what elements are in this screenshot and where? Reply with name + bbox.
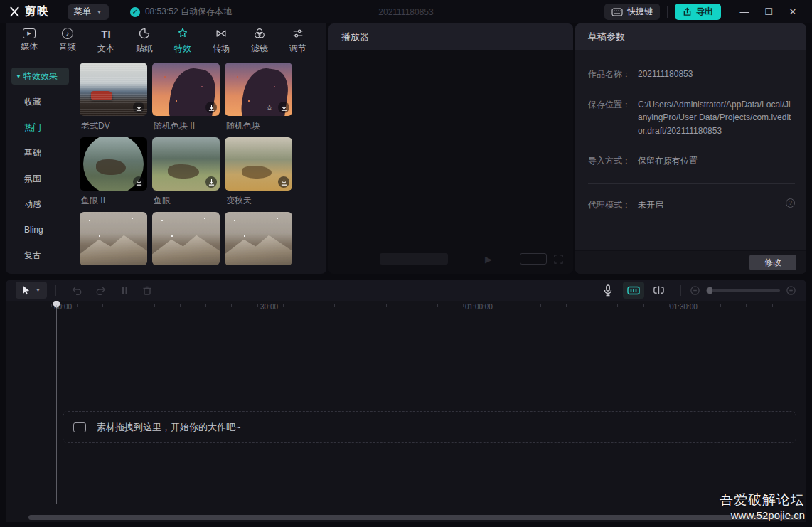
player-controls: ▶ <box>328 251 573 267</box>
draft-panel-header: 草稿参数 <box>575 23 806 50</box>
tab-filter[interactable]: 滤镜 <box>240 26 279 55</box>
export-button[interactable]: 导出 <box>675 4 721 20</box>
sidebar-item-retro[interactable]: 复古 <box>6 243 75 268</box>
effects-grid: 老式DV 随机色块 II ☆ 随机色块 鱼眼 II <box>75 58 326 274</box>
draft-params-panel: 草稿参数 作品名称： 202111180853 保存位置： C:/Users/A… <box>575 23 806 274</box>
redo-button[interactable] <box>95 285 107 296</box>
window-maximize-button[interactable]: ☐ <box>757 0 781 23</box>
draft-panel-title: 草稿参数 <box>588 31 625 43</box>
draft-import-value: 保留在原有位置 <box>638 154 795 168</box>
select-tool-button[interactable]: ▼ <box>16 282 47 299</box>
effect-card-old-dv[interactable]: 老式DV <box>80 63 147 131</box>
app-name: 剪映 <box>25 4 49 19</box>
menu-button[interactable]: 菜单 ▼ <box>68 4 109 20</box>
timeline-panel: ▼ <box>6 280 806 522</box>
info-icon[interactable]: ? <box>786 198 795 208</box>
timecode-display <box>380 253 448 265</box>
effect-card-random-blocks[interactable]: ☆ 随机色块 <box>225 63 292 131</box>
download-icon <box>133 176 144 188</box>
window-minimize-button[interactable]: — <box>732 0 757 23</box>
play-button[interactable]: ▶ <box>485 254 492 265</box>
delete-button[interactable] <box>142 285 152 296</box>
tab-text[interactable]: TI 文本 <box>87 26 125 55</box>
effect-thumbnail <box>80 63 147 116</box>
effects-icon <box>176 26 189 41</box>
window-close-button[interactable]: ✕ <box>781 0 805 23</box>
main-track-magnet-button[interactable] <box>623 282 644 299</box>
assets-panel: ▶ 媒体 ♪ 音频 TI 文本 贴纸 特效 转场 <box>6 23 326 274</box>
keyboard-icon <box>611 8 623 16</box>
triangle-down-icon: ▾ <box>17 73 20 80</box>
divider <box>588 183 795 184</box>
effect-card-snow-2[interactable] <box>152 212 220 265</box>
zoom-slider-thumb[interactable] <box>707 287 712 294</box>
zoom-in-icon[interactable] <box>786 285 796 296</box>
zoom-out-icon[interactable] <box>690 285 700 296</box>
tab-audio[interactable]: ♪ 音频 <box>48 28 87 53</box>
preview-axis-button[interactable] <box>653 285 665 295</box>
timeline-zoom-slider[interactable] <box>706 289 780 292</box>
asset-type-toolbar: ▶ 媒体 ♪ 音频 TI 文本 贴纸 特效 转场 <box>6 23 326 58</box>
draft-location-row: 保存位置： C:/Users/Administrator/AppData/Loc… <box>588 98 795 138</box>
ruler-label: 01:30:00 <box>670 303 698 311</box>
media-icon: ▶ <box>23 28 36 38</box>
player-panel-header: 播放器 <box>328 23 573 50</box>
effects-category-sidebar: ▾ 特效效果 收藏 热门 基础 氛围 动感 Bling 复古 <box>6 58 75 274</box>
chevron-down-icon: ▼ <box>35 287 41 293</box>
draft-import-row: 导入方式： 保留在原有位置 <box>588 154 795 168</box>
record-audio-button[interactable] <box>603 284 613 297</box>
draft-location-value: C:/Users/Administrator/AppData/Local/Jia… <box>638 98 795 138</box>
shortcut-button[interactable]: 快捷键 <box>604 4 660 20</box>
hint-text: 素材拖拽到这里，开始你的大作吧~ <box>97 421 241 434</box>
sidebar-item-atmosphere[interactable]: 氛围 <box>6 166 75 191</box>
titlebar-separator <box>667 6 668 18</box>
timeline-horizontal-scrollbar[interactable] <box>28 515 802 520</box>
text-icon: TI <box>101 26 110 41</box>
divider <box>55 285 56 296</box>
timeline-tracks[interactable]: 素材拖拽到这里，开始你的大作吧~ <box>6 315 806 496</box>
autosave-status: ✓ 08:53:52 自动保存本地 <box>130 6 232 18</box>
tab-sticker[interactable]: 贴纸 <box>125 26 164 55</box>
effect-card-autumn[interactable]: 变秋天 <box>225 137 292 206</box>
fullscreen-icon[interactable] <box>554 255 563 264</box>
player-title: 播放器 <box>341 31 369 43</box>
tab-adjust[interactable]: 调节 <box>279 26 317 55</box>
effect-thumbnail <box>225 212 292 265</box>
sidebar-item-dynamic[interactable]: 动感 <box>6 191 75 217</box>
timeline-ruler[interactable]: 00:00 30:00 01:00:00 01:30:00 <box>6 301 806 315</box>
download-icon <box>133 102 144 113</box>
sidebar-group-effects[interactable]: ▾ 特效效果 <box>11 68 69 85</box>
sidebar-item-favorites[interactable]: 收藏 <box>6 89 75 115</box>
tab-effects[interactable]: 特效 <box>164 26 202 55</box>
draft-name-row: 作品名称： 202111180853 <box>588 68 795 81</box>
effect-thumbnail <box>152 63 220 116</box>
sidebar-item-bling[interactable]: Bling <box>6 217 75 243</box>
chevron-down-icon: ▼ <box>96 9 102 15</box>
draft-panel-body: 作品名称： 202111180853 保存位置： C:/Users/Admini… <box>575 50 806 250</box>
tab-transition[interactable]: 转场 <box>202 26 240 55</box>
sidebar-item-basic[interactable]: 基础 <box>6 140 75 166</box>
audio-icon: ♪ <box>62 28 73 39</box>
effect-card-snow-3[interactable] <box>225 212 292 265</box>
effect-card-fisheye[interactable]: 鱼眼 <box>152 137 220 206</box>
transition-icon <box>215 26 228 41</box>
split-button[interactable] <box>119 285 129 296</box>
effect-card-snow-1[interactable] <box>80 212 147 265</box>
jianying-logo-icon <box>9 6 21 18</box>
modify-button[interactable]: 修改 <box>749 255 796 270</box>
tab-media[interactable]: ▶ 媒体 <box>10 28 48 53</box>
effect-card-fisheye-2[interactable]: 鱼眼 II <box>80 137 147 206</box>
effect-card-random-blocks-2[interactable]: 随机色块 II <box>152 63 220 131</box>
filter-icon <box>253 26 266 41</box>
sidebar-item-hot[interactable]: 热门 <box>6 115 75 140</box>
effect-thumbnail: ☆ <box>225 63 292 116</box>
effect-thumbnail <box>80 137 147 191</box>
ruler-label: 01:00:00 <box>465 303 493 311</box>
effect-thumbnail <box>152 137 220 191</box>
ratio-selector[interactable] <box>520 253 547 265</box>
empty-track-hint[interactable]: 素材拖拽到这里，开始你的大作吧~ <box>63 411 796 443</box>
undo-button[interactable] <box>71 285 82 296</box>
timeline-toolbar: ▼ <box>6 280 806 301</box>
effect-thumbnail <box>225 137 292 191</box>
player-viewport: ▶ <box>328 50 573 274</box>
